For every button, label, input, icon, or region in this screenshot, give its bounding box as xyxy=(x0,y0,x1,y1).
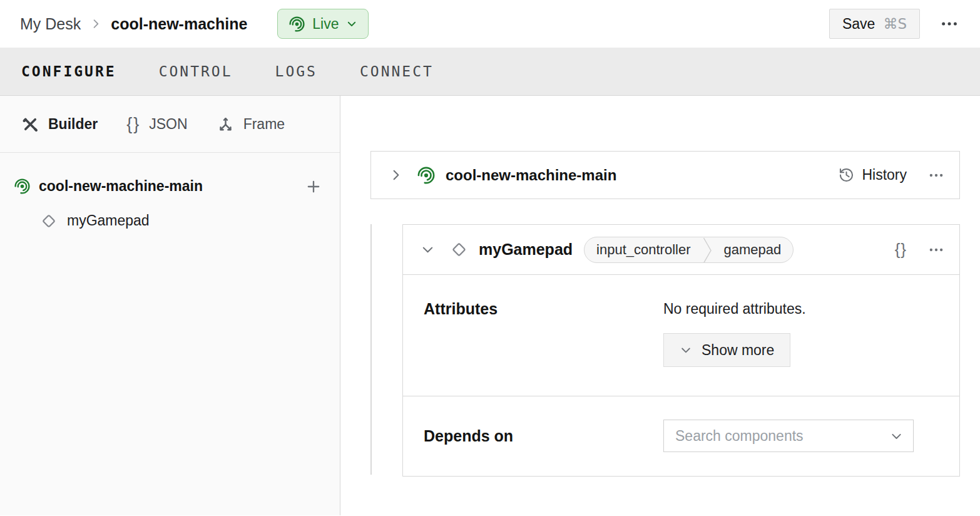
chevron-down-icon xyxy=(680,344,692,356)
component-card: myGamepad input_controller gamepad {} At… xyxy=(402,224,960,477)
component-model: gamepad xyxy=(712,242,794,258)
topbar-actions: Save ⌘S xyxy=(829,9,960,39)
depends-on-select[interactable] xyxy=(663,420,914,452)
tree-item-machine-part[interactable]: cool-new-machine-main xyxy=(14,169,324,204)
plus-icon xyxy=(305,178,322,195)
breadcrumb-parent-link[interactable]: My Desk xyxy=(20,15,81,33)
view-builder-label: Builder xyxy=(48,116,98,133)
part-card-title: cool-new-machine-main xyxy=(446,167,616,184)
attributes-content: No required attributes. Show more xyxy=(663,301,946,367)
tab-connect[interactable]: CONNECT xyxy=(360,63,434,80)
top-bar: My Desk cool-new-machine Live Save ⌘S xyxy=(0,0,980,48)
tree-item-label: cool-new-machine-main xyxy=(39,178,203,195)
view-builder[interactable]: Builder xyxy=(21,115,98,133)
part-menu-button[interactable] xyxy=(927,166,946,185)
collapse-component-button[interactable] xyxy=(421,242,435,257)
ellipsis-icon xyxy=(928,242,944,258)
tree-connector-line xyxy=(370,224,372,475)
depends-on-section: Depends on xyxy=(403,396,959,476)
machine-status-dropdown[interactable]: Live xyxy=(277,9,368,39)
diamond-icon xyxy=(40,212,58,230)
chevron-down-icon xyxy=(890,430,903,443)
curly-braces-icon: {} xyxy=(126,116,140,133)
chip-divider-chevron xyxy=(703,237,712,262)
save-shortcut: ⌘S xyxy=(883,16,907,32)
machine-part-card: cool-new-machine-main History xyxy=(370,151,960,199)
view-json[interactable]: {} JSON xyxy=(126,116,187,133)
save-button[interactable]: Save ⌘S xyxy=(829,9,920,39)
show-more-label: Show more xyxy=(702,342,774,359)
machine-menu-button[interactable] xyxy=(939,13,960,34)
attributes-section: Attributes No required attributes. Show … xyxy=(403,275,959,396)
component-type: input_controller xyxy=(584,242,702,258)
axes-icon xyxy=(217,115,235,133)
save-label: Save xyxy=(842,16,875,33)
configure-content: Builder {} JSON Frame xyxy=(0,96,980,515)
status-label: Live xyxy=(312,16,339,33)
breadcrumb: My Desk cool-new-machine xyxy=(20,15,247,33)
component-menu-button[interactable] xyxy=(927,240,946,259)
broadcast-icon xyxy=(417,166,436,185)
ellipsis-icon xyxy=(940,14,959,33)
history-icon xyxy=(838,167,855,183)
machine-tab-bar: CONFIGURE CONTROL LOGS CONNECT xyxy=(0,48,980,96)
history-button[interactable]: History xyxy=(838,167,907,183)
view-json-label: JSON xyxy=(149,116,187,133)
machine-name: cool-new-machine xyxy=(111,15,247,33)
broadcast-icon xyxy=(288,16,305,33)
show-more-button[interactable]: Show more xyxy=(663,333,790,367)
depends-on-heading: Depends on xyxy=(424,428,663,444)
chevron-down-icon xyxy=(421,242,435,257)
chevron-right-icon xyxy=(389,168,403,182)
attributes-heading: Attributes xyxy=(424,301,663,367)
expand-part-button[interactable] xyxy=(389,168,403,182)
component-card-header: myGamepad input_controller gamepad {} xyxy=(403,225,959,275)
crossed-tools-icon xyxy=(21,115,39,133)
add-component-button[interactable] xyxy=(304,177,324,197)
view-frame[interactable]: Frame xyxy=(217,115,285,133)
tab-control[interactable]: CONTROL xyxy=(159,63,233,80)
tree-item-component[interactable]: myGamepad xyxy=(14,204,324,238)
builder-canvas: cool-new-machine-main History xyxy=(340,96,980,515)
broadcast-icon xyxy=(14,178,31,195)
depends-on-search-input[interactable] xyxy=(675,428,890,445)
edit-json-button[interactable]: {} xyxy=(895,240,907,259)
ellipsis-icon xyxy=(928,167,944,183)
component-type-chip: input_controller gamepad xyxy=(584,237,794,263)
view-switcher: Builder {} JSON Frame xyxy=(0,96,340,153)
sidebar: Builder {} JSON Frame xyxy=(0,96,340,515)
chevron-right-icon xyxy=(89,18,102,30)
attributes-empty-text: No required attributes. xyxy=(663,301,946,317)
tree-item-label: myGamepad xyxy=(67,212,150,229)
view-frame-label: Frame xyxy=(243,116,285,133)
diamond-icon xyxy=(450,240,468,259)
tab-logs[interactable]: LOGS xyxy=(275,63,317,80)
history-label: History xyxy=(862,167,907,183)
component-name: myGamepad xyxy=(479,240,573,259)
component-tree: cool-new-machine-main myGamepad xyxy=(0,153,340,238)
tab-configure[interactable]: CONFIGURE xyxy=(21,63,116,80)
chevron-down-icon xyxy=(346,18,357,29)
